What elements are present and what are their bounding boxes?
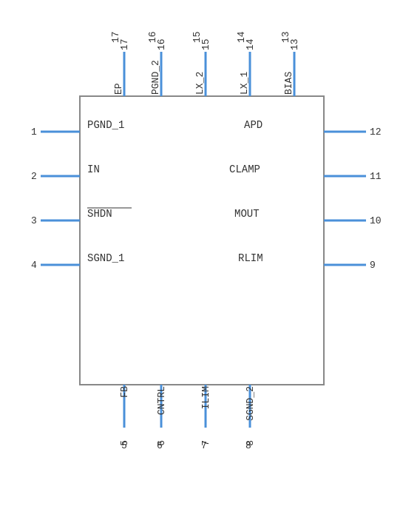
pin-7-label: ILIM — [200, 386, 211, 409]
top-num-13-display: 13 — [280, 31, 291, 43]
pin-3-label: SHDN — [87, 208, 112, 220]
pin-1-number: 1 — [31, 127, 37, 138]
pin-8-label: SGND_2 — [245, 386, 256, 421]
top-num-14-display: 14 — [236, 31, 247, 43]
bottom-num-8: 8 — [245, 440, 251, 451]
pin-2-label: IN — [87, 164, 100, 175]
pin-11-label: CLAMP — [229, 164, 260, 175]
pin-16-label: PGND_2 — [150, 60, 161, 95]
top-num-16-display: 16 — [147, 31, 158, 43]
bottom-num-7: 7 — [201, 440, 207, 451]
pin-12-label: APD — [244, 119, 262, 131]
ic-diagram: 17 16 15 14 13 EP PGND_2 LX_2 LX_1 BIAS … — [0, 0, 420, 509]
pin-14-label: LX_1 — [239, 72, 250, 95]
pin-10-label: MOUT — [234, 208, 260, 220]
pin-3-number: 3 — [31, 215, 37, 226]
pin-6-label: CNTRL — [156, 386, 167, 415]
pin-12-number: 12 — [370, 127, 382, 138]
pin-9-label: RLIM — [238, 252, 263, 264]
pin-2-number: 2 — [31, 171, 37, 182]
pin-9-number: 9 — [370, 260, 376, 271]
pin-10-number: 10 — [370, 215, 382, 226]
top-num-17-display: 17 — [110, 31, 121, 43]
pin-15-label: LX_2 — [194, 72, 206, 95]
pin-1-label: PGND_1 — [87, 119, 124, 131]
ic-body — [80, 96, 324, 385]
pin-13-label: BIAS — [283, 72, 294, 95]
pin-17-label: EP — [113, 83, 124, 95]
bottom-num-6: 6 — [157, 440, 163, 451]
pin-11-number: 11 — [370, 171, 382, 182]
pin-4-number: 4 — [31, 260, 37, 271]
pin-4-label: SGND_1 — [87, 252, 124, 264]
pin-5-label: FB — [119, 386, 130, 398]
top-num-15-display: 15 — [192, 31, 203, 43]
bottom-num-5: 5 — [121, 440, 127, 451]
